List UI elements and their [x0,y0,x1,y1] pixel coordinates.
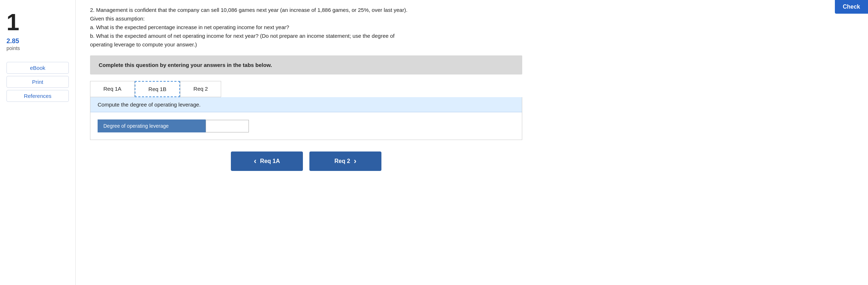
problem-line3a: a. What is the expected percentage incre… [90,24,289,30]
problem-text: 2. Management is confident that the comp… [90,6,522,49]
tabs-row: Req 1A Req 1B Req 2 [90,81,522,97]
prev-button-label: Req 1A [260,158,280,164]
points-label: points [6,45,20,51]
points-value: 2.85 [6,37,19,45]
problem-line1: 2. Management is confident that the comp… [90,7,407,13]
instruction-banner: Complete this question by entering your … [90,55,522,74]
dol-row: Degree of operating leverage [98,119,515,132]
next-button-label: Req 2 [335,158,350,164]
check-button[interactable]: Check [835,0,868,14]
page-wrapper: Check 1 2.85 points eBook Print Referenc… [0,0,868,285]
problem-line3b: b. What is the expected amount of net op… [90,33,395,39]
sidebar: 1 2.85 points eBook Print References [0,0,76,285]
ebook-link[interactable]: eBook [6,62,69,74]
references-link[interactable]: References [6,90,69,102]
tab-req1a[interactable]: Req 1A [90,81,135,97]
print-link[interactable]: Print [6,76,69,88]
tab-req1b[interactable]: Req 1B [135,81,180,97]
dol-label: Degree of operating leverage [98,119,206,132]
tab-panel-instruction: Compute the degree of operating leverage… [90,97,522,112]
problem-line2: Given this assumption: [90,15,145,22]
tab-panel: Compute the degree of operating leverage… [90,97,522,140]
chevron-right-icon [354,157,356,166]
next-button[interactable]: Req 2 [309,151,381,171]
dol-input[interactable] [206,120,249,132]
tab-req2[interactable]: Req 2 [180,81,221,97]
prev-button[interactable]: Req 1A [231,151,303,171]
problem-line3c: operating leverage to compute your answe… [90,41,197,48]
chevron-left-icon [254,157,256,166]
tab-panel-body: Degree of operating leverage [90,112,522,140]
main-content: 2. Management is confident that the comp… [76,0,868,285]
sidebar-links: eBook Print References [6,62,69,103]
question-number: 1 [6,11,19,34]
nav-buttons-row: Req 1A Req 2 [90,151,522,171]
